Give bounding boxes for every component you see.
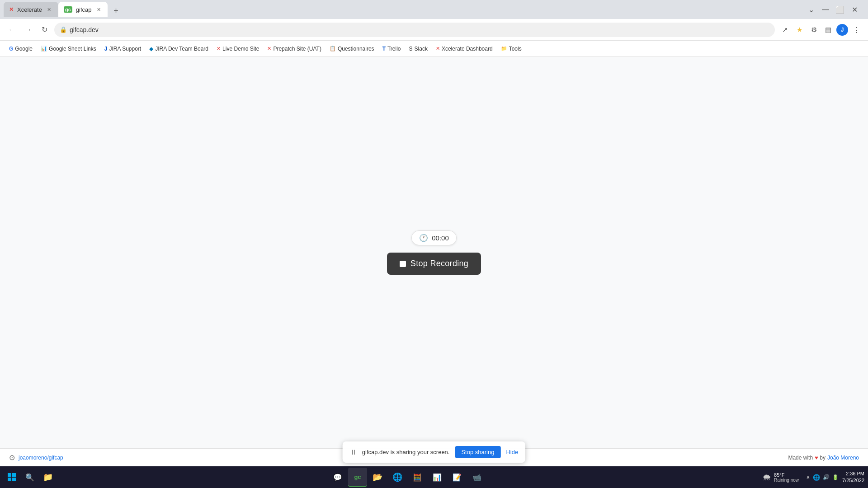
profile-avatar[interactable]: J (836, 24, 848, 36)
reload-button[interactable]: ↻ (38, 23, 51, 36)
weather-temp: 85°F (774, 472, 799, 478)
bookmark-label-prepatch: Prepatch Site (UAT) (273, 46, 321, 52)
recording-area: 🕐 00:00 Stop Recording (387, 230, 481, 275)
network-icon[interactable]: 🌐 (813, 474, 820, 481)
volume-icon[interactable]: 🔊 (823, 474, 830, 480)
timer-badge: 🕐 00:00 (411, 230, 457, 245)
address-bar[interactable]: 🔒 gifcap.dev (54, 23, 775, 37)
bookmark-label-live-demo: Live Demo Site (222, 46, 259, 52)
weather-widget[interactable]: 🌧 85°F Raining now (759, 472, 802, 483)
hide-button[interactable]: Hide (506, 449, 518, 455)
lock-icon: 🔒 (60, 26, 67, 33)
taskbar-notes-button[interactable]: 📝 (448, 468, 467, 487)
bookmark-label-google: Google (15, 46, 33, 52)
tab-title-xcelerate: Xcelerate (17, 6, 42, 13)
bookmark-favicon-questionnaires: 📋 (330, 46, 336, 52)
browser-window: ✕ Xcelerate ✕ gc gifcap ✕ + ⌄ — ⬜ ✕ ← → … (0, 0, 868, 488)
file-explorer-button[interactable]: 📁 (40, 469, 56, 485)
svg-rect-2 (8, 478, 11, 481)
new-tab-button[interactable]: + (109, 5, 122, 17)
author-link[interactable]: João Moreno (827, 455, 859, 461)
bookmarks-bar: G Google 📊 Google Sheet Links J JIRA Sup… (0, 41, 868, 57)
tab-overflow-button[interactable]: ⌄ (805, 3, 817, 16)
made-with-text: Made with (788, 455, 813, 461)
bookmark-favicon-jira-support: J (104, 46, 108, 52)
date-display: 7/25/2022 (842, 477, 864, 484)
bookmark-trello[interactable]: T Trello (379, 44, 405, 54)
bookmark-tools[interactable]: 📁 Tools (497, 44, 525, 54)
bookmark-label-questionnaires: Questionnaires (338, 46, 374, 52)
bookmark-label-jira-support: JIRA Support (109, 46, 141, 52)
time-display: 2:36 PM (842, 470, 864, 477)
bookmark-jira-dev[interactable]: ◆ JIRA Dev Team Board (146, 44, 212, 54)
tab-bar: ✕ Xcelerate ✕ gc gifcap ✕ + ⌄ — ⬜ ✕ (0, 0, 868, 19)
svg-rect-1 (12, 473, 16, 477)
bookmark-label-sheets: Google Sheet Links (49, 46, 96, 52)
menu-button[interactable]: ⋮ (850, 23, 863, 36)
bookmark-label-tools: Tools (509, 46, 522, 52)
main-content: 🕐 00:00 Stop Recording (0, 57, 868, 448)
taskbar-right: 🌧 85°F Raining now ∧ 🌐 🔊 🔋 2:36 PM 7/25/… (759, 470, 864, 484)
taskbar-search-button[interactable]: 🔍 (22, 469, 38, 485)
bookmark-favicon-tools: 📁 (501, 46, 507, 52)
bookmark-xcelerate[interactable]: ✕ Xcelerate Dashboard (432, 44, 496, 54)
taskbar-gifcap-button[interactable]: gc (348, 468, 367, 487)
forward-button[interactable]: → (22, 23, 34, 36)
nav-actions: ↗ ★ ⚙ ▤ J ⋮ (778, 23, 863, 36)
taskbar-folder-button[interactable]: 📂 (368, 468, 387, 487)
weather-icon: 🌧 (762, 472, 771, 483)
bookmark-label-slack: Slack (415, 46, 428, 52)
taskbar-system-icons: ∧ 🌐 🔊 🔋 (806, 474, 839, 481)
heart-icon: ♥ (815, 455, 818, 461)
tab-title-gifcap: gifcap (76, 6, 92, 13)
extensions-button[interactable]: ⚙ (807, 23, 820, 36)
taskbar-chrome-button[interactable]: 🌐 (388, 468, 407, 487)
taskbar-time[interactable]: 2:36 PM 7/25/2022 (842, 470, 864, 484)
bookmark-favicon-jira-dev: ◆ (149, 46, 153, 52)
bookmark-favicon-google: G (9, 46, 13, 52)
bookmark-button[interactable]: ★ (793, 23, 806, 36)
close-button[interactable]: ✕ (848, 3, 861, 16)
bookmark-prepatch[interactable]: ✕ Prepatch Site (UAT) (264, 44, 325, 54)
address-text: gifcap.dev (70, 26, 99, 33)
taskbar-teams-button[interactable]: 💬 (328, 468, 347, 487)
stop-recording-button[interactable]: Stop Recording (387, 253, 481, 275)
tab-gifcap[interactable]: gc gifcap ✕ (58, 2, 108, 17)
battery-icon[interactable]: 🔋 (832, 474, 839, 480)
restore-button[interactable]: ⬜ (834, 3, 846, 16)
share-button[interactable]: ↗ (778, 23, 791, 36)
bookmark-label-jira-dev: JIRA Dev Team Board (155, 46, 208, 52)
taskbar-zoom-button[interactable]: 📹 (467, 468, 486, 487)
tab-list: ✕ Xcelerate ✕ gc gifcap ✕ + (4, 2, 803, 17)
chevron-up-icon[interactable]: ∧ (806, 474, 810, 480)
weather-desc: Raining now (774, 478, 799, 483)
svg-rect-3 (12, 478, 16, 481)
tab-close-xcelerate[interactable]: ✕ (46, 6, 53, 13)
tab-close-gifcap[interactable]: ✕ (95, 6, 102, 13)
bookmark-jira-support[interactable]: J JIRA Support (101, 44, 145, 54)
footer-right: Made with ♥ by João Moreno (788, 455, 859, 461)
taskbar-app2-button[interactable]: 📊 (428, 468, 447, 487)
taskbar: 🔍 📁 💬 gc 📂 🌐 🧮 📊 📝 📹 🌧 85°F Raining now (0, 466, 868, 488)
bookmark-favicon-slack: S (409, 46, 413, 52)
bookmark-sheets[interactable]: 📊 Google Sheet Links (37, 44, 100, 54)
tab-xcelerate[interactable]: ✕ Xcelerate ✕ (4, 2, 58, 17)
bookmark-questionnaires[interactable]: 📋 Questionnaires (326, 44, 378, 54)
stop-icon (400, 261, 406, 267)
bookmark-label-xcelerate: Xcelerate Dashboard (442, 46, 493, 52)
bookmark-slack[interactable]: S Slack (406, 44, 431, 54)
bookmark-google[interactable]: G Google (5, 44, 36, 54)
github-icon: ⊙ (9, 453, 15, 462)
back-button[interactable]: ← (5, 23, 18, 36)
stop-sharing-button[interactable]: Stop sharing (455, 446, 500, 458)
start-button[interactable] (4, 469, 20, 485)
nav-bar: ← → ↻ 🔒 gifcap.dev ↗ ★ ⚙ ▤ J ⋮ (0, 19, 868, 41)
github-link[interactable]: joaomoreno/gifcap (19, 455, 63, 461)
bookmark-favicon-prepatch: ✕ (267, 46, 271, 52)
minimize-button[interactable]: — (819, 3, 832, 16)
sidebar-button[interactable]: ▤ (822, 23, 835, 36)
bookmark-favicon-sheets: 📊 (41, 46, 47, 52)
clock-icon: 🕐 (419, 234, 428, 242)
bookmark-live-demo[interactable]: ✕ Live Demo Site (213, 44, 263, 54)
taskbar-calculator-button[interactable]: 🧮 (408, 468, 427, 487)
